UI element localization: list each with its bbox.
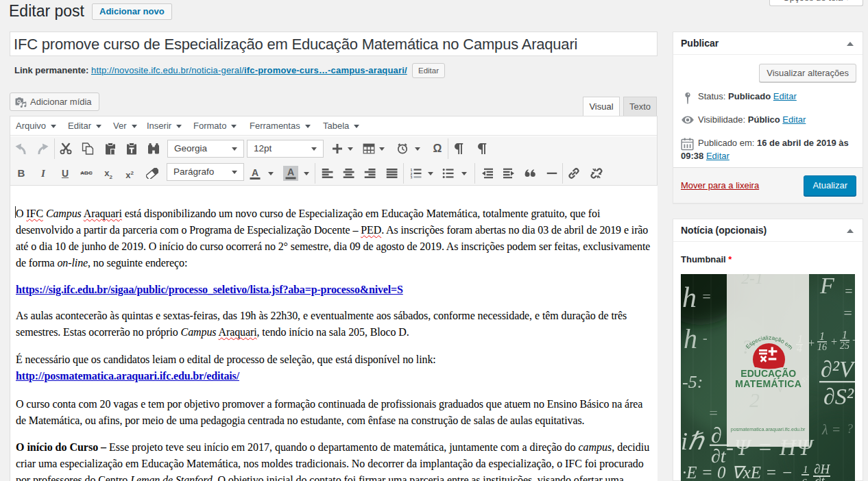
svg-text:2: 2 [749,388,760,411]
svg-text:-5:: -5: [682,372,703,392]
svg-text:A: A [252,167,258,178]
svg-text:·E = 0: ·E = 0 [682,463,726,481]
svg-text:λ =: λ = [821,422,841,437]
svg-text:-: - [703,330,708,345]
svg-text:posmatematica.araquari.ifc.edu: posmatematica.araquari.ifc.edu.br [731,426,806,432]
svg-text:=: = [708,404,719,421]
svg-text:1: 1 [842,329,847,341]
svg-text:∂S²: ∂S² [823,384,854,409]
svg-text:∂²V: ∂²V [821,356,855,382]
svg-text:+: + [852,334,855,346]
svg-text:MATEMÁTICA: MATEMÁTICA [735,378,801,389]
svg-text:iℏ: iℏ [681,428,706,455]
svg-text:∂: ∂ [711,423,722,447]
svg-text:?: ? [847,422,853,436]
svg-text:h: h [682,282,697,313]
svg-text:1: 1 [803,464,808,475]
svg-text:F: F [819,274,835,298]
svg-text:∇xE = −: ∇xE = − [732,463,793,481]
svg-text:1: 1 [819,330,825,342]
svg-text:16: 16 [817,342,827,352]
svg-text:=: = [843,304,853,321]
svg-text:25: 25 [840,341,849,351]
svg-text:A: A [287,166,294,177]
svg-text:+: + [830,336,838,347]
svg-text:h: h [684,323,697,354]
svg-text:=: = [844,284,854,299]
svg-text:∂t: ∂t [815,473,825,481]
svg-text:EDUCAÇÃO: EDUCAÇÃO [740,367,796,379]
svg-text:3: 3 [411,175,413,179]
svg-text:=: = [701,288,712,305]
svg-text:2-1: 2-1 [741,274,763,287]
svg-text:c: c [802,475,807,481]
